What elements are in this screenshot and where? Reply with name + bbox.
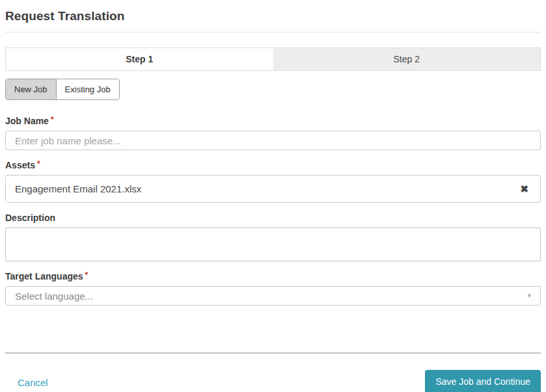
chevron-down-icon: ▼ <box>526 293 532 299</box>
step-2-label: Step 2 <box>394 54 420 64</box>
page-title: Request Translation <box>5 9 541 23</box>
remove-asset-icon[interactable]: ✖ <box>520 184 528 194</box>
job-type-tabs: New Job Existing Job <box>5 79 120 100</box>
description-label: Description <box>5 213 55 223</box>
required-asterisk: * <box>85 270 89 280</box>
job-name-label-text: Job Name <box>5 116 49 126</box>
step-1-label: Step 1 <box>126 54 153 64</box>
target-languages-select[interactable]: Select language... ▼ <box>5 286 541 306</box>
request-translation-panel: Request Translation Step 1 Step 2 New Jo… <box>0 0 546 392</box>
footer-divider <box>5 352 541 354</box>
description-textarea[interactable] <box>5 228 541 261</box>
assets-group: Assets* Engagement Email 2021.xlsx ✖ <box>5 159 541 203</box>
required-asterisk: * <box>37 159 40 168</box>
cancel-link[interactable]: Cancel <box>18 377 48 388</box>
target-languages-label-text: Target Languages <box>5 271 83 281</box>
step-2[interactable]: Step 2 <box>273 48 541 70</box>
target-languages-group: Target Languages* Select language... ▼ <box>5 270 541 306</box>
step-1[interactable]: Step 1 <box>6 48 273 70</box>
footer: Cancel Save Job and Continue <box>5 370 541 392</box>
asset-file-name: Engagement Email 2021.xlsx <box>15 183 141 194</box>
tab-existing-job[interactable]: Existing Job <box>56 79 119 99</box>
job-name-group: Job Name* <box>5 115 541 150</box>
required-asterisk: * <box>51 115 54 124</box>
assets-label: Assets* <box>5 160 40 170</box>
job-name-input[interactable] <box>5 131 541 150</box>
page-header: Request Translation <box>5 0 541 33</box>
target-languages-label: Target Languages* <box>5 271 88 281</box>
assets-field: Engagement Email 2021.xlsx ✖ <box>5 175 541 203</box>
assets-label-text: Assets <box>5 160 35 170</box>
save-job-continue-button[interactable]: Save Job and Continue <box>425 370 541 392</box>
select-placeholder: Select language... <box>15 291 93 302</box>
job-name-label: Job Name* <box>5 116 54 126</box>
step-indicator: Step 1 Step 2 <box>5 47 541 71</box>
description-group: Description <box>5 212 541 261</box>
tab-new-job[interactable]: New Job <box>6 79 56 99</box>
